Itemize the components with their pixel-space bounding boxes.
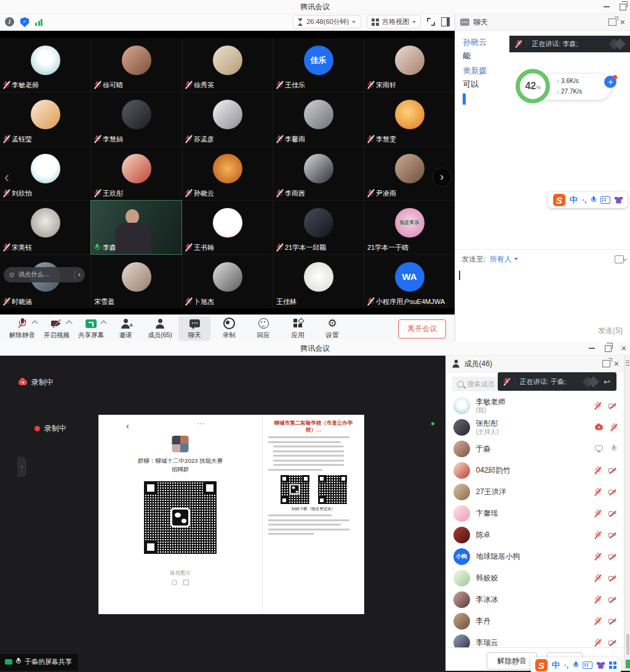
video-tile[interactable]: 宋雪盈 [91,255,181,308]
member-row[interactable]: 李冰冰 [453,589,616,610]
video-tile[interactable]: 李慧雯 [364,92,455,146]
video-tile[interactable]: 李馨雨 [273,92,364,146]
scrollbar-thumb[interactable] [626,634,629,655]
network-signal-icon[interactable] [35,18,42,26]
video-tile[interactable]: 李慧娟 [91,92,181,146]
menu-icon[interactable] [626,361,629,366]
chat-input[interactable] [455,268,630,319]
video-tile[interactable]: 知足常乐 21学本一于晴 [364,201,455,254]
ime-skin-icon[interactable] [597,662,605,669]
minimize-button[interactable] [589,348,595,349]
send-to-selector[interactable]: 所有人 [490,254,518,265]
video-tile[interactable]: 宋雨轩 [364,38,455,92]
more-icon[interactable]: ··· [197,420,205,427]
member-row[interactable]: 李敏老师 (我) [453,395,616,417]
member-row[interactable]: 张彤彤 (主持人) [453,417,616,438]
collapsed-right-strip[interactable] [624,356,630,671]
minimize-button[interactable] [604,6,610,7]
member-row[interactable]: 陈卓 [453,524,616,546]
chevron-up-icon[interactable] [32,321,38,327]
toolbar-button-mic[interactable]: 解除静音 [6,316,38,341]
screenshot-icon[interactable] [615,255,624,263]
popout-icon[interactable] [602,360,610,367]
reply-arrow-icon[interactable]: ↩ [604,377,610,386]
ime-lang-icon[interactable]: 中 [552,660,560,671]
ime-mic-icon[interactable] [591,196,596,204]
toolbar-button-chat[interactable]: 聊天 [178,316,210,341]
toolbar-button-invite[interactable]: + 邀请 [110,316,142,341]
chevron-up-icon[interactable] [66,321,73,327]
video-tile[interactable]: 徐可晴 [91,38,181,92]
toolbar-button-member[interactable]: 成员(65) [144,316,176,341]
restore-button[interactable] [605,345,612,352]
toolbar-button-react[interactable]: 回应 [247,316,279,341]
video-tile[interactable]: 苏孟彦 [182,92,273,146]
leave-meeting-button[interactable]: 离开会议 [398,319,446,338]
video-tile[interactable]: 王书翰 [182,201,273,254]
video-tile[interactable]: 孙晓云 [182,146,273,200]
video-tile[interactable]: 孟钰莹 [0,92,90,146]
member-row[interactable]: 小狗 地球隐居小狗 [453,546,616,567]
info-icon[interactable]: i [5,17,14,26]
ime-mic-icon[interactable] [573,662,578,670]
unmute-button[interactable]: 解除静音 [487,652,537,670]
member-row[interactable]: 042邱韵竹 [453,460,616,481]
collapse-arrow-icon[interactable]: ‹ [78,270,81,279]
side-panel-icon[interactable] [441,17,450,26]
video-tile[interactable]: 王欣彤 [91,146,181,200]
ime-toolbar[interactable]: S 中 ·, [548,192,628,208]
toolbar-button-app[interactable]: 应用 [282,316,314,341]
video-tile[interactable]: 李森 [91,201,181,254]
close-icon[interactable]: × [620,18,625,26]
chevron-up-icon[interactable] [101,321,107,327]
video-tile[interactable]: 卜旭杰 [182,255,273,308]
video-tile[interactable]: 21学本一邱颖 [273,201,364,254]
ime-lang-icon[interactable]: 中 [570,194,578,206]
video-tile[interactable]: 刘欣怡 [0,146,90,200]
video-tile[interactable]: 时晓涵 ☺说点什么…‹ [0,255,90,308]
close-icon[interactable]: × [621,344,626,353]
quick-reply-bar[interactable]: ☺说点什么…‹ [4,267,85,282]
toolbar-button-record[interactable]: 录制 [213,316,245,341]
video-tile[interactable]: 李敏老师 [0,38,90,92]
toolbar-button-cam[interactable]: 开启视频 [41,316,73,341]
ime-toolbar[interactable]: S 中 ·, [530,657,621,672]
meeting-timer[interactable]: 26:48(60分钟) [293,15,361,28]
grid-next-arrow[interactable]: › [432,167,452,187]
send-button[interactable]: 发送(S) [598,326,623,336]
toolbar-button-gear[interactable]: ⚙ 设置 [316,316,348,341]
video-tile[interactable]: 王佳林 [273,255,364,308]
video-tile[interactable]: WA 小程序用户suE4MJWA [364,255,455,308]
back-arrow-icon[interactable]: ‹ [126,421,129,431]
close-icon[interactable]: × [614,359,619,368]
view-mode-selector[interactable]: 宫格视图 [367,15,421,28]
grid-prev-arrow[interactable]: ‹ [4,170,9,185]
restore-button[interactable] [620,4,626,10]
emoji-icon[interactable]: ☺ [8,270,15,279]
member-row[interactable]: 李丹 [453,610,616,632]
ime-keyboard-icon[interactable] [583,662,592,669]
video-tile[interactable]: 佳乐 王佳乐 [273,38,364,92]
ime-skin-icon[interactable] [615,197,623,204]
member-row[interactable]: 27王洪洋 [453,481,616,503]
fullscreen-icon[interactable] [427,18,435,26]
video-tile[interactable]: 徐秀英 [182,38,273,92]
member-row[interactable]: 卞馨瑶 [453,503,616,524]
ime-logo-icon[interactable]: S [553,194,565,206]
add-button[interactable]: + [604,76,616,88]
save-image-label[interactable]: 保存图片 [98,570,262,577]
popout-icon[interactable] [608,18,616,26]
ime-grid-icon[interactable] [609,662,616,669]
security-shield-icon[interactable]: ✓ [20,17,29,27]
collapsed-panel-handle[interactable]: › [17,457,26,477]
performance-widget[interactable]: 42% ↑ 3.6K/s ↓ 27.7K/s + [516,69,620,106]
member-row[interactable]: 韩姣姣 [453,567,616,589]
ime-keyboard-icon[interactable] [600,196,610,204]
ime-punct-icon[interactable]: ·, [564,661,568,670]
video-tile[interactable]: 李雨茜 [273,146,364,200]
video-tile[interactable]: 宋美钰 [0,201,90,254]
ime-logo-icon[interactable]: S [535,659,548,671]
toolbar-button-share[interactable]: 共享屏幕 [75,316,107,341]
member-row[interactable]: 于淼 [453,438,616,460]
ime-punct-icon[interactable]: ·, [582,196,586,204]
